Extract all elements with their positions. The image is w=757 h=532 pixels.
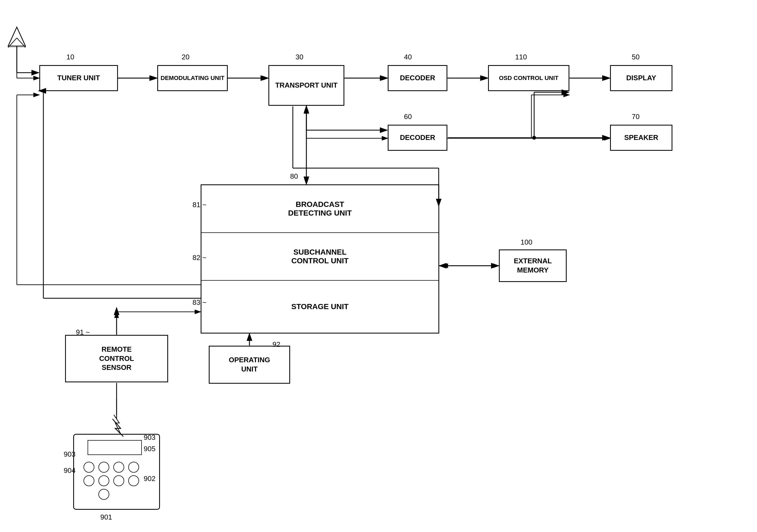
speaker-block: SPEAKER (610, 125, 672, 151)
external-memory-block: EXTERNAL MEMORY (499, 249, 567, 282)
transport-ref: 30 (295, 53, 303, 61)
demodulating-unit-block: DEMODULATING UNIT (157, 65, 228, 91)
tuner-unit-block: TUNER UNIT (39, 65, 118, 91)
transport-unit-block: TRANSPORT UNIT (268, 65, 344, 106)
svg-line-5 (17, 38, 25, 47)
unit-80-ref: 80 (290, 172, 298, 181)
operating-unit-block: OPERATING UNIT (209, 346, 290, 384)
decoder-video-block: DECODER (388, 65, 447, 91)
ref-902: 902 (144, 475, 155, 483)
decoder-audio-block: DECODER (388, 125, 447, 151)
operating-unit-ref: 92 (272, 340, 280, 349)
decoder-audio-ref: 60 (404, 112, 412, 121)
subchannel-ref: 82 ~ (193, 254, 206, 262)
remote-control-sensor-block: REMOTE CONTROL SENSOR (65, 335, 168, 382)
ref-903: 903 (64, 450, 76, 458)
storage-unit: STORAGE UNIT (201, 281, 439, 333)
decoder-video-ref: 40 (404, 53, 412, 61)
demodulating-ref: 20 (182, 53, 190, 61)
external-memory-ref: 100 (521, 238, 532, 246)
display-block: DISPLAY (610, 65, 672, 91)
broadcast-detecting-unit: BROADCAST DETECTING UNIT (201, 185, 439, 233)
remote-sensor-ref: 91 ~ (76, 328, 90, 336)
osd-control-unit-block: OSD CONTROL UNIT (488, 65, 569, 91)
osd-ref: 110 (515, 53, 527, 61)
storage-ref: 83 ~ (193, 298, 206, 307)
display-ref: 50 (632, 53, 640, 61)
ref-904: 904 (64, 466, 76, 475)
ref-901: 901 (100, 513, 112, 521)
subchannel-control-unit: SUBCHANNEL CONTROL UNIT (201, 233, 439, 281)
ref-905: 905 (144, 445, 155, 453)
broadcast-ref: 81 ~ (193, 201, 206, 209)
speaker-ref: 70 (632, 112, 640, 121)
svg-line-4 (8, 38, 17, 47)
tuner-ref: 10 (66, 53, 74, 61)
ref-90: 903 (144, 433, 155, 442)
